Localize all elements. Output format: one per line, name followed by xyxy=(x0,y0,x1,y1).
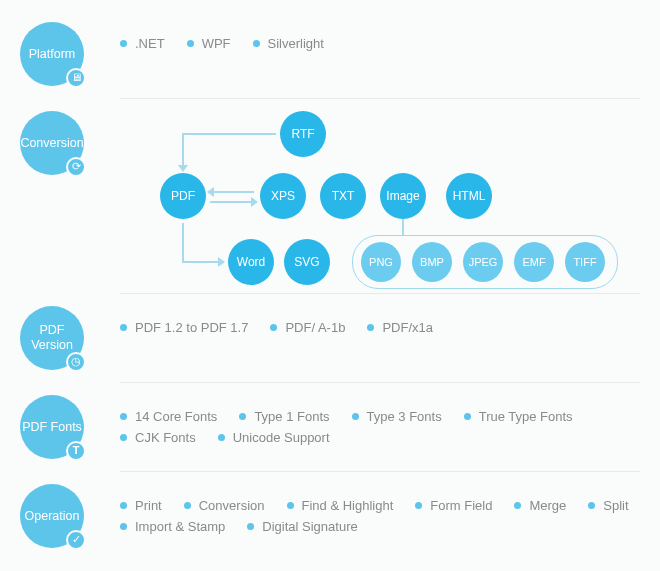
node-pdf: PDF xyxy=(160,173,206,219)
badge-platform: Platform 🖥 xyxy=(20,22,84,86)
bullet-icon xyxy=(239,413,246,420)
arrow-line xyxy=(182,133,184,167)
tag: Unicode Support xyxy=(218,430,330,445)
refresh-icon: ⟳ xyxy=(66,157,86,177)
bullet-icon xyxy=(187,40,194,47)
bullet-icon xyxy=(120,324,127,331)
check-icon: ✓ xyxy=(66,530,86,550)
node-tiff: TIFF xyxy=(565,242,605,282)
tag: 14 Core Fonts xyxy=(120,409,217,424)
section-platform: Platform 🖥 .NET WPF Silverlight xyxy=(0,10,660,98)
tag: Type 3 Fonts xyxy=(352,409,442,424)
platform-tags: .NET WPF Silverlight xyxy=(120,22,640,51)
bullet-icon xyxy=(120,502,127,509)
node-txt: TXT xyxy=(320,173,366,219)
tag: Conversion xyxy=(184,498,265,513)
tag: Silverlight xyxy=(253,36,324,51)
fonts-tags: 14 Core Fonts Type 1 Fonts Type 3 Fonts … xyxy=(120,395,640,445)
bullet-icon xyxy=(120,40,127,47)
node-png: PNG xyxy=(361,242,401,282)
arrow-line xyxy=(210,191,254,193)
section-fonts: PDF Fonts T 14 Core Fonts Type 1 Fonts T… xyxy=(0,383,660,471)
badge-label: Conversion xyxy=(20,136,83,151)
bullet-icon xyxy=(287,502,294,509)
badge-label: Operation xyxy=(25,509,80,524)
badge-operation: Operation ✓ xyxy=(20,484,84,548)
node-jpeg: JPEG xyxy=(463,242,503,282)
bullet-icon xyxy=(120,434,127,441)
bullet-icon xyxy=(253,40,260,47)
text-icon: T xyxy=(66,441,86,461)
tag: Form Field xyxy=(415,498,492,513)
arrow-head-icon xyxy=(178,165,188,172)
bullet-icon xyxy=(218,434,225,441)
version-tags: PDF 1.2 to PDF 1.7 PDF/ A-1b PDF/x1a xyxy=(120,306,640,335)
arrow-line xyxy=(182,133,276,135)
bullet-icon xyxy=(588,502,595,509)
conversion-diagram: PDF RTF XPS TXT Image HTML Word SVG PNG … xyxy=(120,111,640,281)
section-version: PDF Version ◷ PDF 1.2 to PDF 1.7 PDF/ A-… xyxy=(0,294,660,382)
operation-tags: Print Conversion Find & Highlight Form F… xyxy=(120,484,640,534)
monitor-icon: 🖥 xyxy=(66,68,86,88)
badge-label: Platform xyxy=(29,47,76,62)
tag: PDF/ A-1b xyxy=(270,320,345,335)
bullet-icon xyxy=(120,413,127,420)
arrow-line xyxy=(182,223,184,261)
badge-fonts: PDF Fonts T xyxy=(20,395,84,459)
node-svg: SVG xyxy=(284,239,330,285)
bullet-icon xyxy=(367,324,374,331)
badge-label: PDF Fonts xyxy=(22,420,82,435)
arrow-head-icon xyxy=(218,257,225,267)
bullet-icon xyxy=(184,502,191,509)
bullet-icon xyxy=(120,523,127,530)
tag: True Type Fonts xyxy=(464,409,573,424)
bullet-icon xyxy=(352,413,359,420)
clock-icon: ◷ xyxy=(66,352,86,372)
node-xps: XPS xyxy=(260,173,306,219)
tag: Print xyxy=(120,498,162,513)
bullet-icon xyxy=(464,413,471,420)
node-image: Image xyxy=(380,173,426,219)
badge-label: PDF Version xyxy=(20,323,84,353)
tag: Import & Stamp xyxy=(120,519,225,534)
bullet-icon xyxy=(415,502,422,509)
tag: Merge xyxy=(514,498,566,513)
tag: Type 1 Fonts xyxy=(239,409,329,424)
tag: PDF/x1a xyxy=(367,320,433,335)
node-emf: EMF xyxy=(514,242,554,282)
tag: WPF xyxy=(187,36,231,51)
arrow-head-icon xyxy=(251,197,258,207)
node-word: Word xyxy=(228,239,274,285)
arrow-head-icon xyxy=(207,187,214,197)
node-rtf: RTF xyxy=(280,111,326,157)
tag: Digital Signature xyxy=(247,519,357,534)
tag: PDF 1.2 to PDF 1.7 xyxy=(120,320,248,335)
badge-conversion: Conversion ⟳ xyxy=(20,111,84,175)
tag: Split xyxy=(588,498,628,513)
bullet-icon xyxy=(270,324,277,331)
arrow-line xyxy=(402,219,404,235)
section-operation: Operation ✓ Print Conversion Find & High… xyxy=(0,472,660,560)
node-html: HTML xyxy=(446,173,492,219)
tag: Find & Highlight xyxy=(287,498,394,513)
bullet-icon xyxy=(514,502,521,509)
section-conversion: Conversion ⟳ PDF RTF XPS TXT Image HTML … xyxy=(0,99,660,293)
bullet-icon xyxy=(247,523,254,530)
badge-version: PDF Version ◷ xyxy=(20,306,84,370)
arrow-line xyxy=(210,201,254,203)
node-bmp: BMP xyxy=(412,242,452,282)
tag: .NET xyxy=(120,36,165,51)
tag: CJK Fonts xyxy=(120,430,196,445)
arrow-line xyxy=(182,261,220,263)
